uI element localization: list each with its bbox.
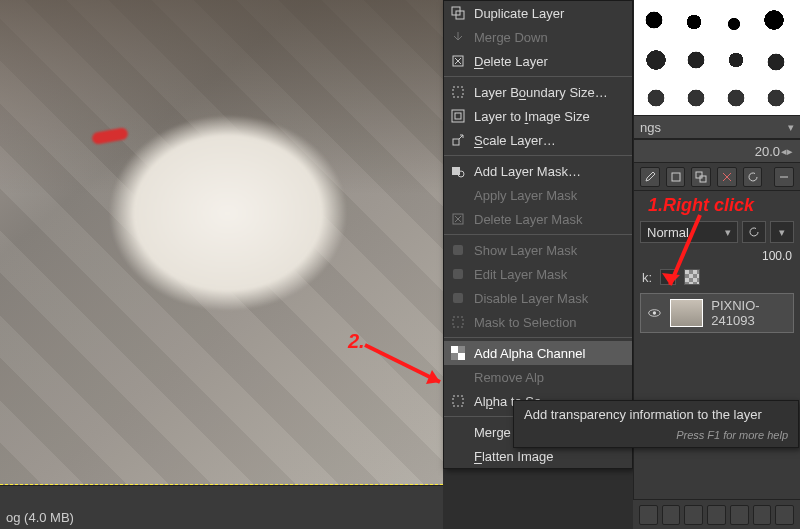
status-text: og (4.0 MB) — [6, 510, 74, 525]
svg-rect-3 — [453, 87, 463, 97]
duplicate-brush-button[interactable] — [691, 167, 711, 187]
svg-rect-18 — [453, 396, 463, 406]
lower-layer-button[interactable] — [707, 505, 726, 525]
checkbox-icon — [450, 290, 466, 306]
brush-toolbar — [634, 163, 800, 191]
svg-rect-12 — [453, 293, 463, 303]
tooltip: Add transparency information to the laye… — [513, 400, 799, 448]
right-dock-panel: ngs ▾ 20.0 ◂▸ Normal ▾ ▾ 100.0 k: PIXNIO… — [633, 0, 800, 529]
visibility-eye-icon[interactable] — [647, 304, 662, 322]
menu-label: Add Alpha Channel — [474, 346, 585, 361]
svg-rect-15 — [458, 346, 465, 353]
tooltip-text: Add transparency information to the laye… — [524, 407, 788, 422]
menu-remove-alpha-channel: Remove Alp — [444, 365, 632, 389]
raise-layer-button[interactable] — [684, 505, 703, 525]
spacing-value: 20.0 — [755, 144, 780, 159]
brush-tags-dropdown[interactable]: ngs ▾ — [634, 115, 800, 139]
mask-select-icon — [450, 314, 466, 330]
opacity-slider[interactable]: 100.0 — [634, 247, 800, 265]
layer-entry[interactable]: PIXNIO-241093 — [640, 293, 794, 333]
menu-label: Scale Layer… — [474, 133, 556, 148]
delete-brush-button[interactable] — [717, 167, 737, 187]
blank-icon — [450, 187, 466, 203]
refresh-brush-button[interactable] — [743, 167, 763, 187]
brush-spacing-row[interactable]: 20.0 ◂▸ — [634, 139, 800, 163]
svg-rect-19 — [672, 173, 680, 181]
svg-rect-13 — [453, 317, 463, 327]
checkbox-icon — [450, 266, 466, 282]
svg-rect-16 — [451, 353, 458, 360]
menu-separator — [444, 337, 632, 338]
blank-icon — [450, 369, 466, 385]
blank-icon — [450, 424, 466, 440]
lock-pixels-checkbox[interactable] — [660, 269, 676, 285]
chevron-down-icon: ▾ — [788, 121, 794, 134]
menu-delete-layer-mask: Delete Layer Mask — [444, 207, 632, 231]
svg-rect-17 — [458, 353, 465, 360]
mode-menu-button[interactable]: ▾ — [770, 221, 794, 243]
layer-group-button[interactable] — [662, 505, 681, 525]
menu-delete-layer[interactable]: Delete Layer — [444, 49, 632, 73]
menu-label: Delete Layer — [474, 54, 548, 69]
delete-layer-button[interactable] — [775, 505, 794, 525]
menu-label: Flatten Image — [474, 449, 554, 464]
checkbox-icon — [450, 242, 466, 258]
brushes-grid[interactable] — [634, 0, 800, 115]
blend-mode-select[interactable]: Normal ▾ — [640, 221, 738, 243]
menu-label: Merge Down — [474, 30, 548, 45]
svg-rect-4 — [452, 110, 464, 122]
menu-merge-down: Merge Down — [444, 25, 632, 49]
menu-edit-layer-mask: Edit Layer Mask — [444, 262, 632, 286]
new-layer-button[interactable] — [639, 505, 658, 525]
menu-separator — [444, 234, 632, 235]
svg-rect-14 — [451, 346, 458, 353]
menu-add-alpha-channel[interactable]: Add Alpha Channel — [444, 341, 632, 365]
menu-layer-boundary-size[interactable]: Layer Boundary Size… — [444, 80, 632, 104]
menu-scale-layer[interactable]: Scale Layer… — [444, 128, 632, 152]
menu-separator — [444, 76, 632, 77]
lock-label: k: — [642, 270, 652, 285]
lock-alpha-checkbox[interactable] — [684, 269, 700, 285]
menu-label: Duplicate Layer — [474, 6, 564, 21]
menu-layer-to-image-size[interactable]: Layer to Image Size — [444, 104, 632, 128]
blank-icon — [450, 448, 466, 464]
menu-duplicate-layer[interactable]: Duplicate Layer — [444, 1, 632, 25]
edit-brush-button[interactable] — [640, 167, 660, 187]
new-brush-button[interactable] — [666, 167, 686, 187]
menu-show-layer-mask: Show Layer Mask — [444, 238, 632, 262]
alpha-select-icon — [450, 393, 466, 409]
alpha-icon — [450, 345, 466, 361]
svg-rect-11 — [453, 269, 463, 279]
opacity-value: 100.0 — [762, 249, 792, 263]
mask-delete-icon — [450, 211, 466, 227]
duplicate-layer-button[interactable] — [730, 505, 749, 525]
delete-icon — [450, 53, 466, 69]
stepper-icon[interactable]: ◂▸ — [780, 145, 794, 158]
image-canvas[interactable] — [0, 0, 443, 485]
menu-label: Disable Layer Mask — [474, 291, 588, 306]
menu-label: Mask to Selection — [474, 315, 577, 330]
menu-separator — [444, 155, 632, 156]
menu-label: Layer Boundary Size… — [474, 85, 608, 100]
svg-rect-6 — [453, 139, 459, 145]
chevron-down-icon: ▾ — [725, 226, 731, 239]
anchor-layer-button[interactable] — [753, 505, 772, 525]
brush-menu-button[interactable] — [774, 167, 794, 187]
boundary-icon — [450, 84, 466, 100]
menu-label: Apply Layer Mask — [474, 188, 577, 203]
layers-toolbar — [633, 499, 800, 529]
menu-add-layer-mask[interactable]: Add Layer Mask… — [444, 159, 632, 183]
layer-thumbnail — [670, 299, 703, 327]
blend-mode-value: Normal — [647, 225, 689, 240]
layer-name: PIXNIO-241093 — [711, 298, 787, 328]
layer-context-menu: Duplicate Layer Merge Down Delete Layer … — [443, 0, 633, 469]
duplicate-icon — [450, 5, 466, 21]
status-bar: og (4.0 MB) — [0, 485, 443, 529]
layer-mode-row: Normal ▾ ▾ — [634, 217, 800, 247]
menu-label: Delete Layer Mask — [474, 212, 582, 227]
chevron-down-icon: ▾ — [779, 226, 785, 239]
canvas-content — [30, 60, 390, 400]
svg-rect-5 — [455, 113, 461, 119]
mask-add-icon — [450, 163, 466, 179]
mode-reset-button[interactable] — [742, 221, 766, 243]
